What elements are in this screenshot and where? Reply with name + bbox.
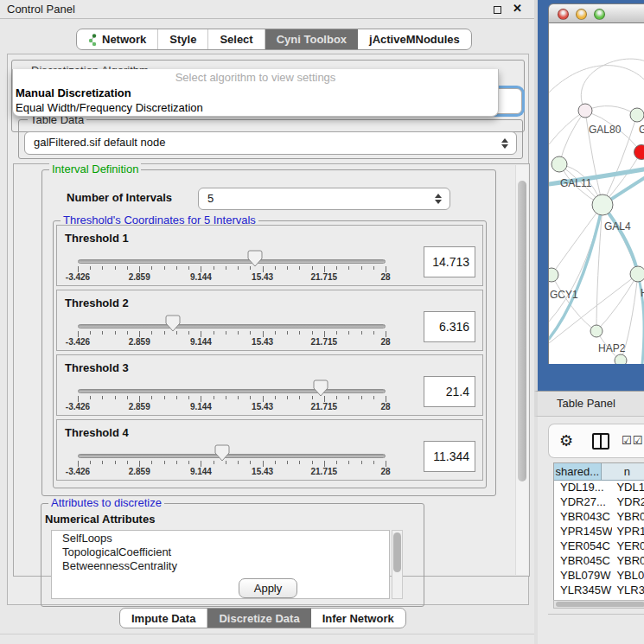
network-node[interactable] <box>615 354 627 364</box>
threshold-slider[interactable]: -3.4262.8599.14415.4321.71528 <box>78 226 386 285</box>
network-node[interactable] <box>549 268 558 282</box>
table-panel-bottom-edge <box>548 614 644 615</box>
table-row[interactable]: YBR043CYBR0 <box>554 510 644 525</box>
threshold-value-field[interactable]: 6.316 <box>424 311 475 342</box>
table-row[interactable]: YPR145WYPR1 <box>554 525 644 539</box>
network-node-label: GAL80 <box>589 124 622 136</box>
apply-button[interactable]: Apply <box>239 578 297 598</box>
number-of-intervals-row: Number of Intervals 5 <box>42 186 495 210</box>
network-node[interactable] <box>552 156 567 172</box>
table-row[interactable]: YLR345WYLR3 <box>554 583 644 598</box>
slider-thumb[interactable] <box>214 444 230 462</box>
network-node[interactable] <box>578 104 592 118</box>
network-node[interactable] <box>590 325 603 337</box>
close-icon[interactable]: ✕ <box>513 2 522 15</box>
node-table: shared... n YDL19...YDL1YDR27...YDR2YBR0… <box>553 462 644 601</box>
network-window-titlebar <box>548 3 644 23</box>
columns-icon[interactable] <box>592 433 609 450</box>
right-panel: GAL80GACGAL11GAL4GCY1HHAP2 Table Panel ⚙… <box>534 0 644 644</box>
threshold-value-field[interactable]: 14.713 <box>424 246 475 277</box>
threshold-slider[interactable]: -3.4262.8599.14415.4321.71528 <box>78 420 386 480</box>
threshold-list: Threshold 1-3.4262.8599.14415.4321.71528… <box>54 225 486 481</box>
threshold-slider[interactable]: -3.4262.8599.14415.4321.71528 <box>78 355 386 415</box>
attributes-group-title: Attributes to discretize <box>48 496 164 509</box>
checkbox-icons[interactable]: ☑☑ <box>622 434 643 447</box>
mac-minimize-button[interactable] <box>576 9 587 20</box>
table-data-combobox[interactable]: galFiltered.sif default node <box>24 131 517 155</box>
network-node[interactable] <box>630 266 644 282</box>
bottom-tab-impute-data[interactable]: Impute Data <box>120 609 207 628</box>
interval-definition-group: Interval Definition Number of Intervals … <box>41 169 496 496</box>
attribute-item[interactable]: BetweennessCentrality <box>52 558 389 572</box>
network-graph[interactable]: GAL80GACGAL11GAL4GCY1HHAP2 <box>549 23 644 364</box>
dropdown-option-2[interactable]: Equal Width/Frequency Discretization <box>13 100 498 115</box>
table-row[interactable]: YDR27...YDR2 <box>554 495 644 510</box>
table-row[interactable]: YBL079WYBL0 <box>554 569 644 583</box>
network-canvas[interactable]: GAL80GACGAL11GAL4GCY1HHAP2 <box>548 23 644 364</box>
tab-network[interactable]: Network <box>77 29 158 49</box>
threshold-box: Threshold 4-3.4262.8599.14415.4321.71528… <box>56 419 483 481</box>
table-row[interactable]: YDL19...YDL1 <box>554 481 644 495</box>
table-data-value: galFiltered.sif default node <box>34 136 165 149</box>
network-node-label: GCY1 <box>550 289 578 301</box>
top-tabbar: NetworkStyleSelectCyni ToolboxjActiveMNo… <box>76 29 472 50</box>
table-panel-header: Table Panel <box>534 391 644 417</box>
table-data-group: Table Data galFiltered.sif default node <box>18 119 523 159</box>
combo-stepper-icon <box>501 138 508 149</box>
number-of-intervals-value: 5 <box>207 192 214 205</box>
threshold-value-field[interactable]: 11.344 <box>424 441 475 472</box>
combo-stepper-icon <box>435 194 442 204</box>
attribute-item[interactable]: TopologicalCoefficient <box>52 545 389 558</box>
table-panel-toolbar: ⚙ ☑☑ <box>548 424 644 458</box>
vertical-scrollbar-thumb[interactable] <box>518 181 526 481</box>
threshold-box: Threshold 3-3.4262.8599.14415.4321.71528… <box>56 354 483 416</box>
threshold-slider[interactable]: -3.4262.8599.14415.4321.71528 <box>78 290 386 350</box>
algorithm-dropdown-popup: Select algorithm to view settings Manual… <box>12 69 499 117</box>
network-node[interactable] <box>634 145 644 160</box>
bottom-tab-discretize-data[interactable]: Discretize Data <box>207 609 310 628</box>
tab-jactivemnodules[interactable]: jActiveMNodules <box>358 29 471 49</box>
network-node-label: H <box>641 287 644 299</box>
network-node[interactable] <box>630 108 644 122</box>
apply-row: Apply <box>8 577 528 601</box>
mac-zoom-button[interactable] <box>594 9 605 20</box>
float-window-button[interactable] <box>494 6 501 14</box>
node-table-rows: YDL19...YDL1YDR27...YDR2YBR043CYBR0YPR14… <box>554 481 644 600</box>
network-node-label: HAP2 <box>598 342 626 354</box>
threshold-value-field[interactable]: 21.4 <box>424 376 475 407</box>
dropdown-placeholder-item[interactable]: Select algorithm to view settings <box>13 69 498 86</box>
table-panel-title: Table Panel <box>557 397 615 410</box>
settings-scrollpane: Interval Definition Number of Intervals … <box>13 163 530 577</box>
control-panel: Control Panel ✕ NetworkStyleSelectCyni T… <box>0 0 534 644</box>
tab-select[interactable]: Select <box>208 29 265 49</box>
table-row[interactable]: YBR045CYBR0 <box>554 554 644 569</box>
mac-close-button[interactable] <box>558 9 569 20</box>
network-node-label: GAL11 <box>560 177 592 189</box>
numerical-attributes-label: Numerical Attributes <box>45 513 155 526</box>
network-node-label: GAL4 <box>604 220 631 233</box>
tab-style[interactable]: Style <box>158 29 208 49</box>
number-of-intervals-label: Number of Intervals <box>67 191 172 204</box>
column-header-name[interactable]: n <box>602 463 644 480</box>
network-node[interactable] <box>592 194 613 215</box>
column-header-shared-name[interactable]: shared... <box>554 463 602 480</box>
interval-definition-title: Interval Definition <box>49 163 141 175</box>
slider-thumb[interactable] <box>247 250 263 267</box>
table-row[interactable]: YER054CYER0 <box>554 539 644 554</box>
number-of-intervals-combobox[interactable]: 5 <box>198 188 450 210</box>
network-node-label: GA <box>639 124 644 136</box>
network-window[interactable]: GAL80GACGAL11GAL4GCY1HHAP2 <box>548 3 644 364</box>
slider-thumb[interactable] <box>165 315 181 332</box>
attribute-item[interactable]: SelfLoops <box>52 531 389 545</box>
bottom-tab-infer-network[interactable]: Infer Network <box>311 609 405 628</box>
node-table-header: shared... n <box>554 463 644 481</box>
gear-icon[interactable]: ⚙ <box>559 431 573 450</box>
dropdown-option-1[interactable]: Manual Discretization <box>13 86 498 100</box>
slider-thumb[interactable] <box>313 379 328 397</box>
table-horizontal-scrollbar-thumb[interactable] <box>556 602 644 607</box>
network-icon <box>88 34 98 46</box>
tab-cyni-toolbox[interactable]: Cyni Toolbox <box>265 29 358 49</box>
table-horizontal-scrollbar[interactable] <box>553 600 644 609</box>
vertical-scrollbar[interactable] <box>515 165 528 575</box>
network-view-frame: GAL80GACGAL11GAL4GCY1HHAP2 <box>534 0 644 391</box>
